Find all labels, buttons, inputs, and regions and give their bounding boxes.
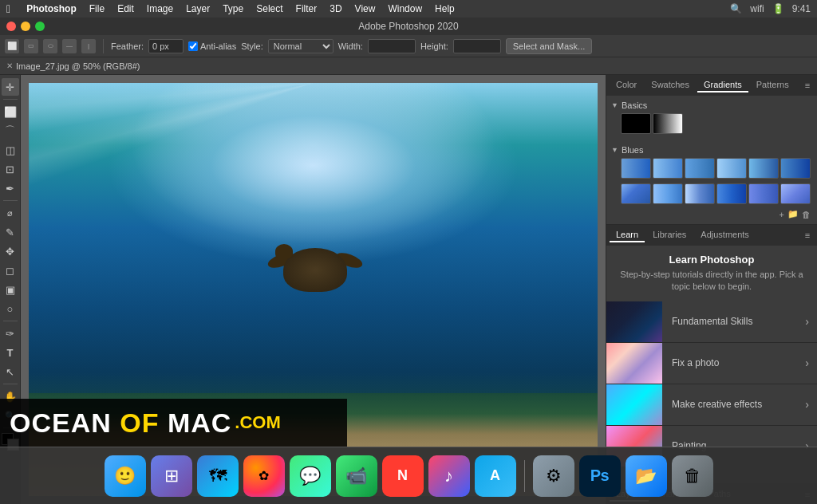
menu-window[interactable]: Window — [388, 3, 422, 14]
tab-learn[interactable]: Learn — [610, 228, 645, 242]
gradient-swatch-basic-2[interactable] — [653, 113, 683, 134]
gradient-folder-btn[interactable]: 📁 — [787, 209, 799, 219]
style-select[interactable]: Normal Fixed Ratio Fixed Size — [268, 39, 334, 53]
ellipse-marquee-icon[interactable]: ⬭ — [43, 39, 57, 53]
dock-settings[interactable]: ⚙ — [533, 455, 574, 497]
select-mask-button[interactable]: Select and Mask... — [506, 38, 593, 54]
dock-appstore[interactable]: A — [475, 455, 516, 497]
gradient-swatch-blue-12[interactable] — [780, 183, 811, 204]
gradient-add-btn[interactable]: + — [780, 210, 784, 219]
basics-header[interactable]: ▼ Basics — [610, 99, 814, 112]
tool-brush[interactable]: ✎ — [2, 223, 19, 241]
window-controls[interactable] — [6, 22, 45, 31]
tool-marquee[interactable]: ⬜ — [2, 103, 19, 120]
single-col-icon[interactable]: | — [81, 39, 96, 53]
gradient-section-blues: ▼ Blues — [606, 140, 817, 224]
feather-input[interactable] — [148, 39, 184, 53]
gradient-swatch-blue-10[interactable] — [716, 183, 747, 204]
learn-item-fundamental[interactable]: Fundamental Skills › — [606, 301, 817, 343]
menu-view[interactable]: View — [355, 3, 376, 14]
gradient-swatch-blue-1[interactable] — [621, 158, 651, 179]
learn-thumb-creative — [606, 384, 662, 426]
learn-item-fixphoto[interactable]: Fix a photo › — [606, 343, 817, 384]
menu-layer[interactable]: Layer — [186, 3, 210, 14]
tool-lasso[interactable]: ⌒ — [2, 122, 19, 140]
tool-path-select[interactable]: ↖ — [2, 363, 19, 380]
height-input[interactable] — [453, 39, 501, 53]
tab-close-button[interactable]: ✕ — [6, 61, 13, 70]
tool-eyedropper[interactable]: ✒ — [2, 179, 19, 197]
tab-color[interactable]: Color — [610, 78, 643, 93]
menu-type[interactable]: Type — [223, 3, 243, 14]
document-tab-label[interactable]: Image_27.jpg @ 50% (RGB/8#) — [16, 61, 140, 71]
panel-collapse-btn[interactable]: ≡ — [801, 79, 814, 92]
antialias-checkbox[interactable] — [188, 41, 198, 51]
tool-text[interactable]: T — [2, 344, 19, 361]
watermark-overlay: OCEAN OF MAC .COM — [0, 399, 347, 447]
fullscreen-button[interactable] — [35, 22, 45, 31]
dock-folder[interactable]: 📂 — [626, 455, 667, 497]
tool-dodge[interactable]: ○ — [2, 300, 19, 317]
menu-file[interactable]: File — [89, 3, 105, 14]
dock-maps[interactable]: 🗺 — [197, 455, 239, 497]
learn-panel-menu-btn[interactable]: ≡ — [801, 229, 814, 242]
dock-messages[interactable]: 💬 — [290, 455, 331, 497]
dock-separator — [524, 460, 525, 492]
tool-separator-3 — [3, 321, 18, 321]
app-name[interactable]: Photoshop — [26, 3, 77, 14]
menu-image[interactable]: Image — [147, 3, 173, 14]
width-input[interactable] — [368, 39, 416, 53]
gradient-swatch-blue-2[interactable] — [653, 158, 683, 179]
tool-clone-stamp[interactable]: ✥ — [2, 242, 19, 260]
dock-photoshop[interactable]: Ps — [579, 455, 621, 497]
blues-header[interactable]: ▼ Blues — [610, 144, 814, 156]
gradient-swatch-blue-3[interactable] — [685, 158, 715, 179]
tool-move[interactable]: ✛ — [2, 78, 19, 96]
search-icon[interactable]: 🔍 — [730, 3, 742, 14]
gradient-swatch-blue-9[interactable] — [685, 183, 715, 204]
learn-label-fixphoto: Fix a photo — [662, 357, 805, 368]
tab-patterns[interactable]: Patterns — [750, 78, 795, 93]
menu-bar:  Photoshop File Edit Image Layer Type S… — [0, 0, 817, 18]
apple-menu[interactable]:  — [6, 2, 10, 15]
tool-eraser[interactable]: ◻ — [2, 262, 19, 279]
gradient-swatch-blue-5[interactable] — [748, 158, 779, 179]
single-row-icon[interactable]: — — [62, 39, 77, 53]
tool-crop[interactable]: ⊡ — [2, 160, 19, 178]
learn-item-creative[interactable]: Make creative effects › — [606, 384, 817, 426]
tool-spot-heal[interactable]: ⌀ — [2, 204, 19, 222]
menu-filter[interactable]: Filter — [296, 3, 318, 14]
panel-options: ≡ — [801, 79, 814, 92]
dock-facetime[interactable]: 📹 — [336, 455, 377, 497]
menu-help[interactable]: Help — [435, 3, 455, 14]
gradient-swatch-blue-8[interactable] — [653, 183, 683, 204]
rect-marquee-icon[interactable]: ▭ — [24, 39, 38, 53]
dock-news[interactable]: N — [382, 455, 424, 497]
close-button[interactable] — [6, 22, 16, 31]
window-title: Adobe Photoshop 2020 — [358, 21, 458, 32]
menu-3d[interactable]: 3D — [330, 3, 341, 14]
gradient-swatch-blue-4[interactable] — [716, 158, 747, 179]
dock-finder[interactable]: 🙂 — [105, 455, 146, 497]
blues-label: Blues — [622, 145, 644, 155]
tool-object-select[interactable]: ◫ — [2, 141, 19, 159]
dock-photos[interactable]: ✿ — [243, 455, 285, 497]
menu-edit[interactable]: Edit — [117, 3, 134, 14]
tool-pen[interactable]: ✑ — [2, 325, 19, 342]
gradient-delete-btn[interactable]: 🗑 — [802, 210, 811, 219]
gradient-swatch-blue-6[interactable] — [780, 158, 811, 179]
tab-libraries[interactable]: Libraries — [646, 228, 693, 242]
tab-adjustments[interactable]: Adjustments — [694, 228, 756, 242]
tool-gradient[interactable]: ▣ — [2, 281, 19, 298]
tab-gradients[interactable]: Gradients — [697, 78, 748, 93]
gradient-swatch-blue-7[interactable] — [621, 183, 651, 204]
gradient-swatch-blue-11[interactable] — [748, 183, 779, 204]
dock-trash[interactable]: 🗑 — [672, 455, 713, 497]
dock-launchpad[interactable]: ⊞ — [151, 455, 192, 497]
dock-music[interactable]: ♪ — [428, 455, 470, 497]
tab-swatches[interactable]: Swatches — [645, 78, 696, 93]
gradient-swatch-basic-1[interactable] — [621, 113, 651, 134]
minimize-button[interactable] — [21, 22, 30, 31]
feather-label: Feather: — [111, 41, 144, 51]
menu-select[interactable]: Select — [256, 3, 282, 14]
